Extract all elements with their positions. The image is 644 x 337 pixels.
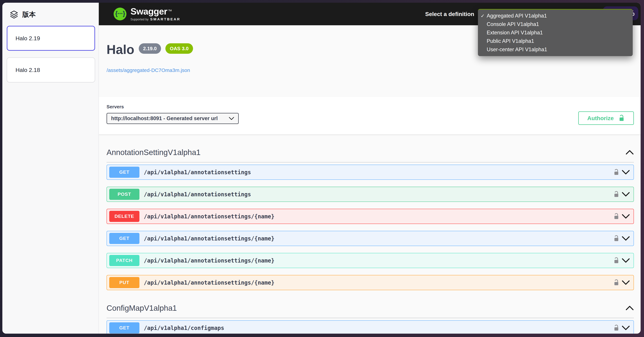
version-sidebar: 版本 Halo 2.19 Halo 2.18	[2, 3, 99, 334]
version-card[interactable]: Halo 2.18	[7, 57, 95, 82]
method-badge: PUT	[109, 277, 140, 288]
trademark-mark: TM	[168, 9, 172, 12]
chevron-down-icon[interactable]	[622, 192, 630, 197]
servers-block: Servers http://localhost:8091 - Generate…	[106, 104, 239, 124]
chevron-down-icon[interactable]	[622, 170, 630, 175]
chevron-up-icon[interactable]	[626, 306, 634, 310]
section-header[interactable]: AnnotationSettingV1alpha1	[106, 146, 634, 158]
method-badge: GET	[109, 233, 140, 244]
operation-row[interactable]: GET /api/v1alpha1/annotationsettings/{na…	[106, 231, 634, 246]
main-area: {···} SwaggerTM Supported bySMARTBEAR Se…	[99, 3, 641, 334]
operation-controls	[613, 279, 630, 286]
operations-list: GET /api/v1alpha1/annotationsettings POS…	[106, 165, 634, 290]
servers-label: Servers	[106, 104, 239, 109]
browser-page: 版本 Halo 2.19 Halo 2.18 {···} SwaggerTM S…	[2, 3, 641, 334]
section-title: ConfigMapV1alpha1	[106, 304, 177, 313]
operation-controls	[613, 169, 630, 176]
definition-option-label: Console API V1alpha1	[487, 21, 539, 27]
unlocked-padlock-icon[interactable]	[613, 213, 620, 220]
unlocked-padlock-icon	[618, 114, 625, 122]
section-header[interactable]: ConfigMapV1alpha1	[106, 302, 634, 314]
select-definition-label: Select a definition	[425, 3, 474, 25]
operation-row[interactable]: PUT /api/v1alpha1/annotationsettings/{na…	[106, 275, 634, 290]
chevron-down-icon[interactable]	[622, 236, 630, 241]
version-card[interactable]: Halo 2.19	[7, 26, 95, 51]
method-badge: GET	[109, 167, 140, 178]
smartbear-tagline: Supported bySMARTBEAR	[130, 17, 180, 21]
authorize-button[interactable]: Authorize	[578, 111, 634, 125]
api-title: Halo	[106, 43, 134, 56]
definition-option[interactable]: Public API V1alpha1	[478, 37, 633, 45]
definition-option[interactable]: User-center API V1alpha1	[478, 45, 633, 54]
unlocked-padlock-icon[interactable]	[613, 235, 620, 242]
definition-option-label: User-center API V1alpha1	[487, 46, 547, 52]
definition-option[interactable]: Console API V1alpha1	[478, 20, 633, 28]
layers-icon	[10, 10, 18, 19]
method-badge: GET	[109, 322, 140, 334]
oas-badge: OAS 3.0	[166, 43, 193, 54]
operation-path: /api/v1alpha1/configmaps	[144, 325, 224, 331]
operation-controls	[613, 257, 630, 264]
method-badge: DELETE	[109, 211, 140, 222]
operation-path: /api/v1alpha1/annotationsettings	[144, 191, 251, 198]
operation-row[interactable]: DELETE /api/v1alpha1/annotationsettings/…	[106, 209, 634, 224]
version-badge: 2.19.0	[139, 43, 161, 54]
operation-path: /api/v1alpha1/annotationsettings/{name}	[144, 257, 274, 264]
spec-link[interactable]: /assets/aggregated-DC7Oma3m.json	[106, 67, 190, 73]
operations-sections: AnnotationSettingV1alpha1 GET /api/v1alp…	[99, 146, 641, 334]
chevron-down-icon[interactable]	[622, 258, 630, 263]
operation-row[interactable]: POST /api/v1alpha1/annotationsettings	[106, 187, 634, 202]
operations-list: GET /api/v1alpha1/configmaps	[106, 320, 634, 334]
version-card-label: Halo 2.19	[16, 35, 40, 42]
sidebar-header: 版本	[2, 3, 98, 19]
servers-select[interactable]: http://localhost:8091 - Generated server…	[106, 113, 239, 124]
unlocked-padlock-icon[interactable]	[613, 191, 620, 198]
operation-row[interactable]: GET /api/v1alpha1/configmaps	[106, 320, 634, 334]
unlocked-padlock-icon[interactable]	[613, 324, 620, 332]
version-card-label: Halo 2.18	[16, 67, 40, 73]
unlocked-padlock-icon[interactable]	[613, 169, 620, 176]
chevron-down-icon[interactable]	[622, 326, 630, 330]
operation-row[interactable]: PATCH /api/v1alpha1/annotationsettings/{…	[106, 253, 634, 268]
section-title: AnnotationSettingV1alpha1	[106, 148, 200, 157]
method-badge: POST	[109, 189, 140, 200]
servers-select-value: http://localhost:8091 - Generated server…	[111, 115, 218, 121]
operation-path: /api/v1alpha1/annotationsettings	[144, 169, 251, 176]
operation-controls	[613, 191, 630, 198]
operation-path: /api/v1alpha1/annotationsettings/{name}	[144, 213, 274, 220]
section-divider	[106, 162, 634, 162]
definition-option-label: Public API V1alpha1	[487, 38, 534, 44]
chevron-up-icon[interactable]	[626, 150, 634, 155]
operation-controls	[613, 235, 630, 242]
api-section: ConfigMapV1alpha1 GET /api/v1alpha1/conf…	[99, 302, 641, 334]
swagger-content: Halo 2.19.0 OAS 3.0 /assets/aggregated-D…	[99, 25, 641, 334]
swagger-braces-glyph: {···}	[115, 10, 125, 17]
swagger-logo-icon: {···}	[114, 7, 126, 20]
chevron-down-icon[interactable]	[622, 280, 630, 285]
topbar: {···} SwaggerTM Supported bySMARTBEAR Se…	[99, 3, 641, 25]
swagger-wordmark: SwaggerTM	[130, 7, 180, 16]
swagger-logo-link[interactable]: {···} SwaggerTM Supported bySMARTBEAR	[114, 7, 180, 21]
operation-path: /api/v1alpha1/annotationsettings/{name}	[144, 279, 274, 286]
operation-controls	[613, 213, 630, 220]
operation-row[interactable]: GET /api/v1alpha1/annotationsettings	[106, 165, 634, 180]
operation-controls	[613, 324, 630, 332]
chevron-down-icon[interactable]	[622, 214, 630, 219]
sidebar-title: 版本	[22, 10, 36, 19]
chevron-down-icon	[229, 117, 234, 120]
definition-dropdown-menu: ✓ Aggregated API V1alpha1 Console API V1…	[478, 9, 633, 56]
scheme-container: Servers http://localhost:8091 - Generate…	[99, 97, 641, 134]
definition-option[interactable]: ✓ Aggregated API V1alpha1	[478, 12, 633, 20]
unlocked-padlock-icon[interactable]	[613, 257, 620, 264]
section-divider	[106, 318, 634, 318]
definition-option-label: Extension API V1alpha1	[487, 30, 543, 36]
definition-option-label: Aggregated API V1alpha1	[487, 13, 547, 19]
method-badge: PATCH	[109, 255, 140, 266]
selected-checkmark: ✓	[481, 13, 484, 19]
authorize-label: Authorize	[587, 115, 614, 121]
operation-path: /api/v1alpha1/annotationsettings/{name}	[144, 235, 274, 242]
definition-option[interactable]: Extension API V1alpha1	[478, 28, 633, 37]
unlocked-padlock-icon[interactable]	[613, 279, 620, 286]
api-section: AnnotationSettingV1alpha1 GET /api/v1alp…	[99, 146, 641, 290]
